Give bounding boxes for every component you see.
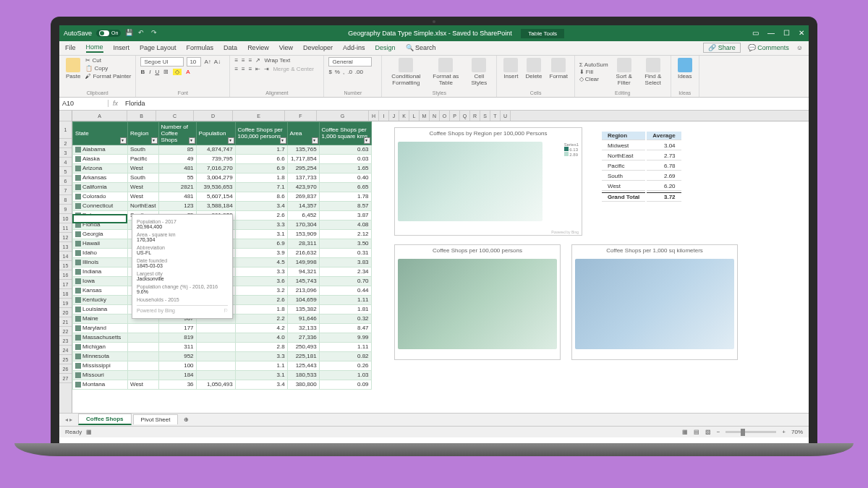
fx-icon[interactable]: fx <box>109 100 122 107</box>
next-sheet-icon[interactable]: ▸ <box>69 416 72 423</box>
share-button[interactable]: 🔗 Share <box>703 43 741 53</box>
increase-font-icon[interactable]: A↑ <box>204 59 210 65</box>
tab-data[interactable]: Data <box>224 44 237 51</box>
cut-button[interactable]: ✂ Cut <box>85 57 131 64</box>
border-button[interactable]: ⊞ <box>163 69 169 75</box>
status-bar: Ready ▦ ▦ ▤ ▧ − + 70% <box>59 426 809 437</box>
fill-color-button[interactable]: ◇ <box>173 69 182 75</box>
tab-review[interactable]: Review <box>247 44 269 51</box>
undo-icon[interactable]: ↶ <box>138 29 147 38</box>
sheet-tab-pivot[interactable]: Pivot Sheet <box>133 414 179 424</box>
row-headers: 1 23456789101112131415161718192021222324… <box>59 111 72 413</box>
maximize-icon[interactable]: ☐ <box>783 29 790 37</box>
new-sheet-button[interactable]: ⊕ <box>179 416 193 423</box>
formula-input[interactable]: Florida <box>122 100 809 107</box>
autosave-label: AutoSave <box>64 30 92 37</box>
autosave-toggle[interactable]: On <box>96 30 121 37</box>
column-header[interactable]: Area <box>287 121 319 145</box>
title-bar: AutoSave On 💾 ↶ ↷ Geography Data Type Si… <box>59 25 809 41</box>
paste-button[interactable]: Paste <box>64 57 82 80</box>
bold-button[interactable]: B <box>140 69 145 75</box>
currency-icon[interactable]: $ <box>328 69 331 75</box>
comments-button[interactable]: 💬 Comments <box>748 44 789 51</box>
merge-center-button[interactable]: Merge & Center <box>273 66 313 72</box>
tab-addins[interactable]: Add-ins <box>343 44 365 51</box>
table-tools-tab[interactable]: Table Tools <box>521 29 564 38</box>
align-top-icon[interactable]: ≡ <box>234 57 238 64</box>
zoom-out-icon[interactable]: − <box>717 429 720 435</box>
font-selector[interactable]: Segoe UI <box>140 57 184 67</box>
zoom-slider[interactable] <box>726 431 776 433</box>
underline-button[interactable]: U <box>155 69 159 75</box>
format-cells-button[interactable]: Format <box>548 57 570 80</box>
column-header[interactable]: Population <box>196 121 235 145</box>
view-page-icon[interactable]: ▤ <box>694 429 699 435</box>
pivot-table[interactable]: RegionAverage Midwest3.04NorthEast2.73Pa… <box>600 130 683 203</box>
zoom-level[interactable]: 70% <box>791 429 803 435</box>
view-normal-icon[interactable]: ▦ <box>682 429 688 435</box>
document-title: Geography Data Type Simple.xlsx - Saved … <box>348 30 511 37</box>
fill-button[interactable]: ⬇ Fill <box>579 69 608 75</box>
zoom-in-icon[interactable]: + <box>782 429 786 435</box>
column-header[interactable]: Coffee Shops per 1,000 square kms <box>319 121 371 145</box>
percent-icon[interactable]: % <box>335 69 340 75</box>
status-ready: Ready <box>65 429 82 435</box>
formula-bar: A10 fx Florida <box>59 98 809 111</box>
chart-per-1000km-map[interactable]: Coffee Shops per 1,000 sq kilometers <box>571 244 738 360</box>
decrease-decimal-icon[interactable]: .00 <box>355 69 363 75</box>
insert-cells-button[interactable]: Insert <box>501 57 520 80</box>
column-header[interactable]: Number of Coffee Shops <box>158 121 196 145</box>
column-header[interactable]: Coffee Shops per 100,000 persons <box>235 121 287 145</box>
tab-search[interactable]: 🔍 Search <box>406 44 436 51</box>
name-box[interactable]: A10 <box>59 100 109 107</box>
find-select-button[interactable]: Find & Select <box>640 57 666 87</box>
chart-per-100k-map[interactable]: Coffee Shops per 100,000 persons <box>394 244 561 360</box>
view-break-icon[interactable]: ▧ <box>705 429 711 435</box>
clear-button[interactable]: ◇ Clear <box>579 76 608 82</box>
column-header[interactable]: State <box>73 121 128 145</box>
font-size-selector[interactable]: 10 <box>187 57 201 67</box>
column-header[interactable]: Region <box>128 121 159 145</box>
tab-home[interactable]: Home <box>86 43 103 53</box>
tab-insert[interactable]: Insert <box>114 44 130 51</box>
tab-design[interactable]: Design <box>375 44 396 51</box>
account-icon[interactable]: ☺ <box>796 44 803 51</box>
minimize-icon[interactable]: — <box>767 29 775 37</box>
save-icon[interactable]: 💾 <box>125 29 134 38</box>
conditional-formatting-button[interactable]: Conditional Formatting <box>386 57 425 87</box>
autosum-button[interactable]: Σ AutoSum <box>579 61 608 68</box>
sort-filter-button[interactable]: Sort & Filter <box>611 57 637 87</box>
tab-formulas[interactable]: Formulas <box>187 44 214 51</box>
format-as-table-button[interactable]: Format as Table <box>428 57 463 87</box>
comma-icon[interactable]: , <box>343 69 344 75</box>
active-cell[interactable] <box>72 214 127 223</box>
tab-developer[interactable]: Developer <box>303 44 333 51</box>
tab-file[interactable]: File <box>65 44 76 51</box>
ideas-button[interactable]: Ideas <box>676 57 694 80</box>
ribbon-tabs: File Home Insert Page Layout Formulas Da… <box>59 41 809 56</box>
align-left-icon[interactable]: ≡ <box>234 66 238 72</box>
tab-page-layout[interactable]: Page Layout <box>140 44 176 51</box>
cell-styles-button[interactable]: Cell Styles <box>466 57 492 87</box>
data-card-popup: Population - 201720,984,400 Area - squar… <box>132 214 233 319</box>
ribbon: Paste ✂ Cut 📋 Copy 🖌 Format Painter Clip… <box>59 56 809 98</box>
ribbon-options-icon[interactable]: ▭ <box>752 29 759 37</box>
decrease-font-icon[interactable]: A↓ <box>214 59 221 65</box>
delete-cells-button[interactable]: Delete <box>523 57 544 80</box>
wrap-text-button[interactable]: Wrap Text <box>264 57 290 64</box>
italic-button[interactable]: I <box>149 69 150 75</box>
prev-sheet-icon[interactable]: ◂ <box>65 416 68 423</box>
tab-view[interactable]: View <box>279 44 293 51</box>
sheet-tabs: ◂▸ Coffee Shops Pivot Sheet ⊕ <box>59 413 809 426</box>
redo-icon[interactable]: ↷ <box>151 29 160 38</box>
increase-decimal-icon[interactable]: .0 <box>347 69 352 75</box>
copy-button[interactable]: 📋 Copy <box>85 65 131 72</box>
close-icon[interactable]: ✕ <box>799 29 804 37</box>
number-format-selector[interactable]: General <box>328 57 372 67</box>
font-color-button[interactable]: A <box>186 69 190 75</box>
chart-region-map[interactable]: Coffee Shops by Region per 100,000 Perso… <box>394 127 582 236</box>
sheet-tab-coffee-shops[interactable]: Coffee Shops <box>78 414 132 425</box>
column-headers: ABCDEFGHIJKLMNOPQRSTU <box>72 111 809 121</box>
format-painter-button[interactable]: 🖌 Format Painter <box>85 73 131 80</box>
